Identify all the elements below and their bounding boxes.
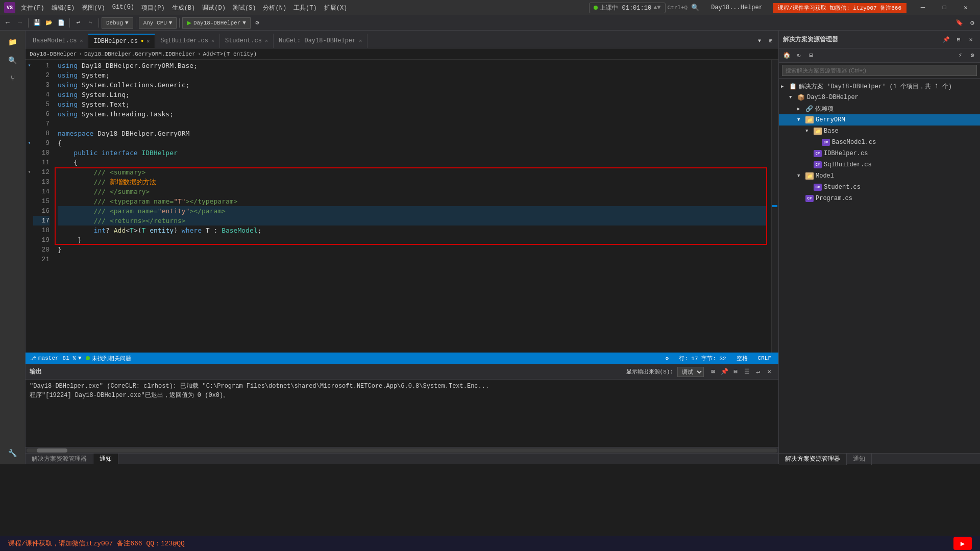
toolbar-more[interactable]: ⚙ <box>252 17 263 29</box>
status-indicator[interactable]: 未找到相关问题 <box>86 355 131 362</box>
sidebar-icon-git[interactable]: ⑂ <box>4 69 22 88</box>
settings-icon[interactable]: ⚙ <box>967 17 978 29</box>
search-icon[interactable]: 🔍 <box>690 2 701 13</box>
output-source-select[interactable]: 调试 <box>677 367 704 377</box>
tab-student[interactable]: Student.cs ✕ <box>220 34 274 48</box>
menu-project[interactable]: 项目(P) <box>138 3 168 13</box>
tab-idbhelper[interactable]: IDBHelper.cs ● ✕ <box>88 34 155 48</box>
bookmark-icon[interactable]: 🔖 <box>953 17 965 29</box>
panel-float-btn[interactable]: ⊟ <box>953 34 964 44</box>
output-horizontal-scroll[interactable] <box>26 447 778 453</box>
output-align-btn[interactable]: ☰ <box>742 367 752 377</box>
tree-item-base-folder[interactable]: ▼ 📁 Base <box>779 126 980 137</box>
menu-analyze[interactable]: 分析(N) <box>259 3 290 13</box>
tree-item-sqlbuilder-cs[interactable]: C# SqlBuilder.cs <box>779 159 980 170</box>
status-encoding[interactable]: CRLF <box>755 355 774 361</box>
tab-nav-btn[interactable]: ▼ <box>754 34 765 48</box>
tree-item-project[interactable]: ▼ 📦 Day18-DBHelper <box>779 92 980 103</box>
status-zoom[interactable]: 81 % ▼ <box>63 355 82 361</box>
tree-item-solution[interactable]: ▶ 📋 解决方案 'Day18-DBHelper' (1 个项目，共 1 个) <box>779 81 980 92</box>
title-project-name: Day18...Helper <box>703 4 771 11</box>
toolbar-undo[interactable]: ↩ <box>72 17 84 29</box>
tree-item-gerryorm[interactable]: ▼ 📁 GerryORM <box>779 114 980 126</box>
toolbar-collapse-all[interactable]: ⊟ <box>805 50 817 61</box>
toolbar-save[interactable]: 💾 <box>31 17 42 29</box>
code-line-18: int? Add<T>(T entity) where T : BaseMode… <box>58 226 767 235</box>
status-indent[interactable]: 空格 <box>733 355 751 362</box>
output-clear-btn[interactable]: ⊠ <box>708 367 718 377</box>
solution-bottom-tab-se[interactable]: 解决方案资源管理器 <box>779 454 847 465</box>
toolbar-forward[interactable]: → <box>14 17 26 29</box>
code-line-16: /// <param name="entity"></param> <box>58 206 767 216</box>
close-button[interactable]: ✕ <box>955 2 976 13</box>
solution-search-input[interactable] <box>782 65 977 76</box>
menu-git[interactable]: Git(G) <box>109 3 138 13</box>
toolbar-new[interactable]: 📄 <box>56 17 67 29</box>
output-wrap-btn[interactable]: ↵ <box>753 367 763 377</box>
tree-item-student-cs[interactable]: C# Student.cs <box>779 182 980 193</box>
menu-test[interactable]: 测试(S) <box>229 3 260 13</box>
code-editor[interactable]: ▾ ▾ ▾ <box>26 60 778 353</box>
output-close-btn[interactable]: ✕ <box>764 367 774 377</box>
toolbar-sync[interactable]: ↻ <box>793 50 804 61</box>
tab-close-sqlbuilder[interactable]: ✕ <box>211 38 214 44</box>
toolbar-back[interactable]: ← <box>2 17 13 29</box>
toolbar-redo[interactable]: ↪ <box>85 17 96 29</box>
run-button[interactable]: ▶ Day18-DBHelper ▼ <box>182 17 250 29</box>
tree-item-idbhelper-cs[interactable]: C# IDBHelper.cs <box>779 148 980 159</box>
tab-sqlbuilder[interactable]: SqlBuilder.cs ✕ <box>155 34 220 48</box>
output-pin-btn[interactable]: 📌 <box>719 367 729 377</box>
output-float-btn[interactable]: ⊟ <box>730 367 741 377</box>
bottom-tab-error-list[interactable]: 解决方案资源管理器 <box>26 454 93 465</box>
scroll-minimap <box>771 60 778 353</box>
tab-basemodel[interactable]: BaseModel.cs ✕ <box>28 34 88 48</box>
code-content[interactable]: using Day18_DBHelper.GerryORM.Base; usin… <box>54 60 771 353</box>
code-line-21 <box>58 255 767 264</box>
tab-close-nuget[interactable]: ✕ <box>359 38 362 44</box>
menu-view[interactable]: 视图(V) <box>78 3 109 13</box>
minimize-button[interactable]: ─ <box>913 2 933 13</box>
debug-config-dropdown[interactable]: Debug▼ <box>102 17 133 29</box>
panel-close-btn[interactable]: ✕ <box>966 34 976 44</box>
menu-tools[interactable]: 工具(T) <box>290 3 321 13</box>
tree-item-deps[interactable]: ▶ 🔗 依赖项 <box>779 103 980 114</box>
toolbar-home[interactable]: 🏠 <box>781 50 792 61</box>
maximize-button[interactable]: □ <box>934 2 954 13</box>
menu-file[interactable]: 文件(F) <box>17 3 48 13</box>
menu-build[interactable]: 生成(B) <box>168 3 199 13</box>
toolbar-settings2[interactable]: ⚙ <box>967 50 978 61</box>
git-branch[interactable]: ⎇master <box>30 355 59 362</box>
code-line-3: using System.Collections.Generic; <box>58 80 767 90</box>
youtube-icon[interactable]: ▶ <box>953 537 972 550</box>
menu-extensions[interactable]: 扩展(X) <box>321 3 351 13</box>
tab-close-basemodel[interactable]: ✕ <box>80 38 83 44</box>
solution-bottom-tab-notify[interactable]: 通知 <box>847 454 872 465</box>
solution-tree: ▶ 📋 解决方案 'Day18-DBHelper' (1 个项目，共 1 个) … <box>779 79 980 453</box>
sidebar-icon-explorer[interactable]: 📁 <box>4 33 22 51</box>
tab-nuget[interactable]: NuGet: Day18-DBHelper ✕ <box>274 34 368 48</box>
output-content: "Day18-DBHelper.exe" (CoreCLR: clrhost):… <box>26 380 778 447</box>
tab-close-student[interactable]: ✕ <box>265 38 268 44</box>
bottom-panel-tabs: 解决方案资源管理器 通知 <box>26 453 778 464</box>
editor-main: BaseModel.cs ✕ IDBHelper.cs ● ✕ SqlBuild… <box>26 31 778 464</box>
tab-close-idbhelper[interactable]: ✕ <box>146 38 150 44</box>
tab-panel-btn[interactable]: ⊞ <box>765 34 776 48</box>
tree-item-model-folder[interactable]: ▼ 📁 Model <box>779 170 980 182</box>
menu-debug[interactable]: 调试(D) <box>199 3 229 13</box>
panel-pin-btn[interactable]: 📌 <box>941 34 951 44</box>
solution-bottom-tabs: 解决方案资源管理器 通知 <box>779 453 980 464</box>
bottom-tab-output[interactable]: 通知 <box>93 454 118 465</box>
sidebar-icon-search[interactable]: 🔍 <box>4 51 22 69</box>
tree-item-basemodel-cs[interactable]: C# BaseModel.cs <box>779 137 980 148</box>
sidebar-icon-tools[interactable]: 🔧 <box>4 444 22 462</box>
code-line-9: { <box>58 138 767 148</box>
toolbar-filter[interactable]: ⚡ <box>954 50 966 61</box>
menu-edit[interactable]: 编辑(E) <box>48 3 79 13</box>
code-line-13: /// 新增数据的方法 <box>58 177 767 187</box>
toolbar-open[interactable]: 📂 <box>43 17 55 29</box>
tree-item-program-cs[interactable]: C# Program.cs <box>779 193 980 204</box>
code-line-1: using Day18_DBHelper.GerryORM.Base; <box>58 61 767 70</box>
platform-dropdown[interactable]: Any CPU▼ <box>139 17 177 29</box>
status-format[interactable]: ⚙ <box>663 355 672 362</box>
status-row-col[interactable]: 行: 17 字节: 32 <box>676 355 729 362</box>
